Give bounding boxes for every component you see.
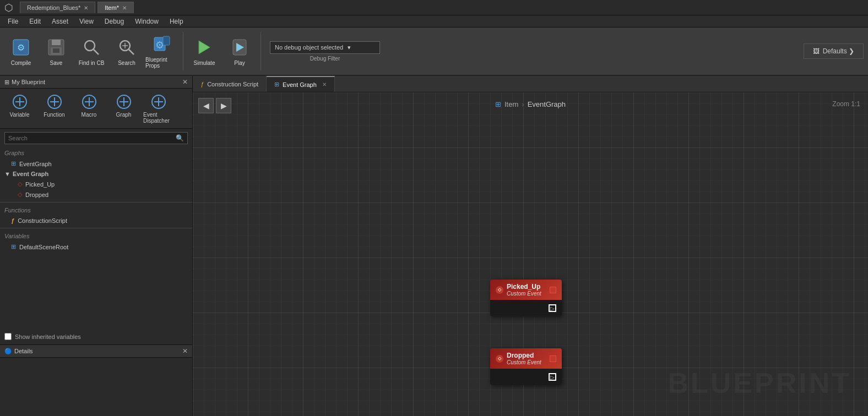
dropped-node-header: ◇ Dropped Custom Event: [490, 348, 562, 369]
compile-label: Compile: [11, 60, 31, 66]
save-label: Save: [50, 60, 63, 66]
menu-asset[interactable]: Asset: [46, 17, 74, 26]
svg-line-7: [94, 50, 99, 54]
add-variable-label: Variable: [10, 112, 30, 118]
menu-help[interactable]: Help: [164, 17, 189, 26]
tab-redemption[interactable]: Redemption_Blues* ✕: [20, 2, 95, 13]
inherited-variables-section: Show inherited variables: [0, 329, 192, 344]
tab-construction-script[interactable]: ƒ Construction Script: [193, 76, 267, 92]
add-function-button[interactable]: Function: [39, 93, 69, 124]
picked-up-node[interactable]: ◇ Picked_Up Custom Event: [490, 280, 562, 316]
add-function-icon: [46, 93, 63, 111]
left-panel: ⊞ My Blueprint ✕ Variable: [0, 76, 193, 416]
construction-script-tab-label: Construction Script: [207, 81, 258, 87]
save-button[interactable]: Save: [40, 30, 73, 72]
picked-up-node-header: ◇ Picked_Up Custom Event: [490, 280, 562, 300]
picked-up-exec-pin[interactable]: [549, 304, 556, 312]
event-graph-group[interactable]: ▼ Event Graph: [0, 169, 192, 179]
tab-close-redemption[interactable]: ✕: [84, 5, 88, 11]
event-graph-item[interactable]: ⊞ EventGraph: [0, 158, 192, 169]
debug-dropdown-text: No debug object selected: [275, 44, 343, 51]
toolbar: ⚙ Compile Save Find in CB: [0, 28, 868, 76]
dropped-item[interactable]: ◇ Dropped: [0, 189, 192, 200]
play-icon: [229, 37, 250, 58]
panel-close-button[interactable]: ✕: [182, 78, 188, 86]
compile-button[interactable]: ⚙ Compile: [4, 30, 37, 72]
dropped-node[interactable]: ◇ Dropped Custom Event: [490, 348, 562, 385]
debug-dropdown[interactable]: No debug object selected ▾: [270, 41, 380, 54]
picked-up-icon: ◇: [18, 180, 22, 188]
construction-script-tab-icon: ƒ: [200, 81, 204, 87]
simulate-icon: [194, 37, 215, 58]
dropped-exec-pin[interactable]: [549, 373, 556, 381]
divider-2: [0, 228, 192, 228]
svg-rect-14: [163, 36, 170, 45]
dropped-node-body: [490, 369, 562, 385]
svg-marker-15: [199, 41, 210, 54]
play-button[interactable]: Play: [223, 30, 256, 72]
menubar: File Edit Asset View Debug Window Help: [0, 15, 868, 28]
menu-window[interactable]: Window: [129, 17, 164, 26]
add-event-dispatcher-button[interactable]: Event Dispatcher: [143, 93, 173, 124]
play-label: Play: [234, 60, 245, 66]
details-icon: 🔵: [4, 348, 12, 355]
details-close-button[interactable]: ✕: [182, 347, 188, 355]
graph-canvas[interactable]: ◀ ▶ ⊞ Item › EventGraph Zoom 1:1 BLUEPRI…: [193, 92, 868, 416]
add-macro-button[interactable]: Macro: [74, 93, 104, 124]
dropped-corner-pin: [550, 355, 556, 362]
graphs-section-header: Graphs: [0, 147, 192, 158]
defaults-label: Defaults ❯: [823, 47, 854, 55]
event-graph-tab-close[interactable]: ✕: [322, 81, 327, 87]
zoom-level: Zoom 1:1: [832, 100, 860, 108]
picked-up-corner-pin: [550, 287, 556, 293]
dropped-title-text: Dropped: [507, 352, 541, 359]
picked-up-subtitle-text: Custom Event: [507, 291, 541, 297]
simulate-label: Simulate: [194, 60, 215, 66]
blueprint-props-label: Blueprint Props: [145, 57, 178, 69]
tab-item[interactable]: Item* ✕: [97, 2, 134, 13]
bp-search-input[interactable]: [8, 135, 176, 141]
construction-script-item[interactable]: ƒ ConstructionScript: [0, 216, 192, 226]
titlebar: ⬡ Redemption_Blues* ✕ Item* ✕: [0, 0, 868, 15]
menu-edit[interactable]: Edit: [24, 17, 46, 26]
svg-rect-5: [53, 48, 59, 53]
breadcrumb-separator: ›: [522, 100, 524, 108]
picked-up-item[interactable]: ◇ Picked_Up: [0, 179, 192, 189]
menu-view[interactable]: View: [74, 17, 99, 26]
defaults-button[interactable]: 🖼 Defaults ❯: [804, 43, 864, 59]
event-graph-tab-label: Event Graph: [283, 81, 317, 88]
picked-up-title-text: Picked_Up: [507, 283, 541, 291]
bp-search-bar[interactable]: 🔍: [4, 132, 188, 144]
functions-section-header: Functions: [0, 205, 192, 216]
find-in-cb-button[interactable]: Find in CB: [75, 30, 108, 72]
default-scene-root-label: DefaultSceneRoot: [19, 244, 68, 250]
search-button[interactable]: Search: [110, 30, 143, 72]
tab-close-item[interactable]: ✕: [122, 5, 127, 11]
add-graph-button[interactable]: Graph: [109, 93, 139, 124]
search-label: Search: [118, 60, 135, 66]
blueprint-props-button[interactable]: ⚙ Blueprint Props: [145, 30, 178, 72]
blueprint-watermark: BLUEPRINT: [668, 366, 851, 399]
simulate-button[interactable]: Simulate: [188, 30, 221, 72]
add-macro-label: Macro: [82, 112, 97, 118]
graph-nav: ◀ ▶: [198, 98, 231, 113]
forward-arrow[interactable]: ▶: [216, 98, 231, 113]
panel-title: ⊞ My Blueprint: [4, 79, 45, 86]
menu-file[interactable]: File: [2, 17, 24, 26]
menu-debug[interactable]: Debug: [99, 17, 129, 26]
toolbar-separator-2: [261, 32, 261, 70]
back-arrow[interactable]: ◀: [198, 98, 214, 113]
add-graph-icon: [115, 93, 133, 111]
event-graph-icon: ⊞: [11, 160, 16, 167]
divider-1: [0, 202, 192, 202]
add-graph-label: Graph: [116, 112, 132, 118]
tab-event-graph[interactable]: ⊞ Event Graph ✕: [267, 76, 335, 92]
show-inherited-checkbox[interactable]: [4, 333, 12, 340]
blueprint-content: Variable Function: [0, 89, 192, 329]
default-scene-root-item[interactable]: ⊞ DefaultSceneRoot: [0, 242, 192, 252]
add-variable-icon: [11, 93, 29, 111]
add-variable-button[interactable]: Variable: [4, 93, 35, 124]
svg-text:⚙: ⚙: [17, 43, 25, 52]
picked-up-node-title: Picked_Up Custom Event: [507, 283, 541, 297]
breadcrumb-path[interactable]: Item: [504, 100, 518, 108]
